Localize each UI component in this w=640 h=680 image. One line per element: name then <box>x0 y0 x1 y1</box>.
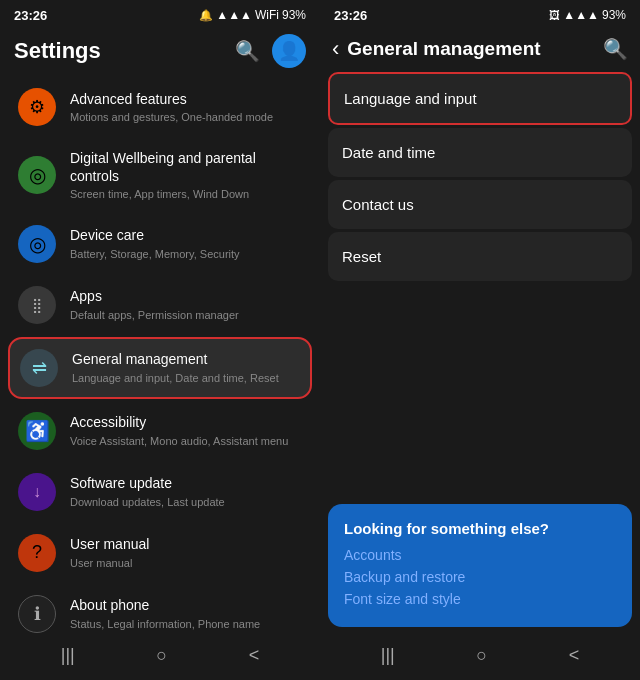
settings-item-user-manual[interactable]: ? User manual User manual <box>8 524 312 582</box>
software-update-subtitle: Download updates, Last update <box>70 495 302 509</box>
digital-wellbeing-icon: ◎ <box>18 156 56 194</box>
general-management-title: General management <box>72 350 300 368</box>
about-phone-subtitle: Status, Legal information, Phone name <box>70 617 302 631</box>
top-bar-icons: 🔍 👤 <box>235 34 306 68</box>
right-search-button[interactable]: 🔍 <box>603 37 628 61</box>
battery-icon: 93% <box>282 8 306 22</box>
general-management-text: General management Language and input, D… <box>72 350 300 384</box>
device-care-subtitle: Battery, Storage, Memory, Security <box>70 247 302 261</box>
right-signal-icon: ▲▲▲ <box>563 8 599 22</box>
about-phone-icon: ℹ <box>18 595 56 633</box>
right-menu-item-reset[interactable]: Reset <box>328 232 632 281</box>
settings-title: Settings <box>14 38 225 64</box>
user-manual-text: User manual User manual <box>70 535 302 569</box>
device-care-text: Device care Battery, Storage, Memory, Se… <box>70 226 302 260</box>
left-home-button[interactable]: ○ <box>156 645 167 666</box>
reset-label: Reset <box>342 248 381 265</box>
right-back-nav-button[interactable]: < <box>569 645 580 666</box>
software-update-icon: ↓ <box>18 473 56 511</box>
right-menu-item-contact-us[interactable]: Contact us <box>328 180 632 229</box>
right-battery-icon: 93% <box>602 8 626 22</box>
general-management-icon: ⇌ <box>20 349 58 387</box>
advanced-features-text: Advanced features Motions and gestures, … <box>70 90 302 124</box>
notification-icon: 🔔 <box>199 9 213 22</box>
apps-title: Apps <box>70 287 302 305</box>
advanced-features-subtitle: Motions and gestures, One-handed mode <box>70 110 302 124</box>
about-phone-title: About phone <box>70 596 302 614</box>
right-status-icons: 🖼 ▲▲▲ 93% <box>549 8 626 22</box>
contact-us-label: Contact us <box>342 196 414 213</box>
user-manual-subtitle: User manual <box>70 556 302 570</box>
user-manual-icon: ? <box>18 534 56 572</box>
software-update-text: Software update Download updates, Last u… <box>70 474 302 508</box>
looking-link-backup[interactable]: Backup and restore <box>344 569 616 585</box>
looking-for-title: Looking for something else? <box>344 520 616 537</box>
accessibility-title: Accessibility <box>70 413 302 431</box>
right-image-icon: 🖼 <box>549 9 560 21</box>
right-menu-item-language-input[interactable]: Language and input <box>328 72 632 125</box>
advanced-features-icon: ⚙ <box>18 88 56 126</box>
left-panel: 23:26 🔔 ▲▲▲ WiFi 93% Settings 🔍 👤 ⚙ Adva… <box>0 0 320 680</box>
accessibility-text: Accessibility Voice Assistant, Mono audi… <box>70 413 302 447</box>
right-header-title: General management <box>347 38 595 60</box>
settings-item-device-care[interactable]: ◎ Device care Battery, Storage, Memory, … <box>8 215 312 273</box>
digital-wellbeing-text: Digital Wellbeing and parental controls … <box>70 149 302 202</box>
device-care-title: Device care <box>70 226 302 244</box>
right-home-button[interactable]: ○ <box>476 645 487 666</box>
apps-icon: ⣿ <box>18 286 56 324</box>
user-manual-title: User manual <box>70 535 302 553</box>
looking-link-font-size[interactable]: Font size and style <box>344 591 616 607</box>
date-time-label: Date and time <box>342 144 435 161</box>
left-back-button[interactable]: < <box>249 645 260 666</box>
about-phone-text: About phone Status, Legal information, P… <box>70 596 302 630</box>
right-time: 23:26 <box>334 8 367 23</box>
advanced-features-title: Advanced features <box>70 90 302 108</box>
left-bottom-nav: ||| ○ < <box>0 635 320 680</box>
profile-avatar[interactable]: 👤 <box>272 34 306 68</box>
apps-subtitle: Default apps, Permission manager <box>70 308 302 322</box>
settings-item-accessibility[interactable]: ♿ Accessibility Voice Assistant, Mono au… <box>8 402 312 460</box>
signal-icon: ▲▲▲ <box>216 8 252 22</box>
software-update-title: Software update <box>70 474 302 492</box>
right-panel: 23:26 🖼 ▲▲▲ 93% ‹ General management 🔍 L… <box>320 0 640 680</box>
settings-item-general-management[interactable]: ⇌ General management Language and input,… <box>8 337 312 399</box>
settings-item-advanced-features[interactable]: ⚙ Advanced features Motions and gestures… <box>8 78 312 136</box>
digital-wellbeing-title: Digital Wellbeing and parental controls <box>70 149 302 185</box>
accessibility-icon: ♿ <box>18 412 56 450</box>
settings-item-digital-wellbeing[interactable]: ◎ Digital Wellbeing and parental control… <box>8 139 312 212</box>
right-bottom-nav: ||| ○ < <box>320 635 640 680</box>
looking-link-accounts[interactable]: Accounts <box>344 547 616 563</box>
left-time: 23:26 <box>14 8 47 23</box>
right-back-button[interactable]: ‹ <box>332 36 339 62</box>
right-menu: Language and input Date and time Contact… <box>320 72 640 496</box>
right-recent-button[interactable]: ||| <box>381 645 395 666</box>
accessibility-subtitle: Voice Assistant, Mono audio, Assistant m… <box>70 434 302 448</box>
wifi-icon: WiFi <box>255 8 279 22</box>
language-input-label: Language and input <box>344 90 477 107</box>
settings-list: ⚙ Advanced features Motions and gestures… <box>0 78 320 635</box>
general-management-subtitle: Language and input, Date and time, Reset <box>72 371 300 385</box>
right-header: ‹ General management 🔍 <box>320 28 640 72</box>
right-status-bar: 23:26 🖼 ▲▲▲ 93% <box>320 0 640 28</box>
digital-wellbeing-subtitle: Screen time, App timers, Wind Down <box>70 187 302 201</box>
right-menu-item-date-time[interactable]: Date and time <box>328 128 632 177</box>
device-care-icon: ◎ <box>18 225 56 263</box>
left-status-icons: 🔔 ▲▲▲ WiFi 93% <box>199 8 306 22</box>
left-recent-button[interactable]: ||| <box>61 645 75 666</box>
looking-for-card: Looking for something else? Accounts Bac… <box>328 504 632 627</box>
apps-text: Apps Default apps, Permission manager <box>70 287 302 321</box>
avatar-icon: 👤 <box>278 40 300 62</box>
settings-item-software-update[interactable]: ↓ Software update Download updates, Last… <box>8 463 312 521</box>
left-status-bar: 23:26 🔔 ▲▲▲ WiFi 93% <box>0 0 320 28</box>
settings-item-about-phone[interactable]: ℹ About phone Status, Legal information,… <box>8 585 312 635</box>
left-top-bar: Settings 🔍 👤 <box>0 28 320 78</box>
settings-item-apps[interactable]: ⣿ Apps Default apps, Permission manager <box>8 276 312 334</box>
left-search-button[interactable]: 🔍 <box>235 39 260 63</box>
